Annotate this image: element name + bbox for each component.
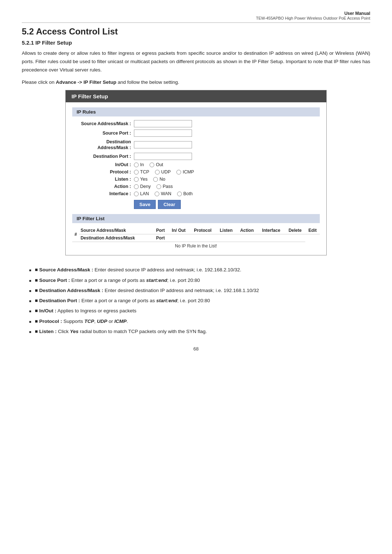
bullet-list: ■ Source Address/Mask : Enter desired so… xyxy=(29,266,370,335)
action-pass-radio[interactable] xyxy=(156,184,161,189)
col-dest-addr: Destination Address/Mask xyxy=(79,234,153,242)
destination-port-row: Destination Port : xyxy=(72,153,320,160)
instruction-suffix: and follow the below setting. xyxy=(116,79,179,85)
protocol-tcp-option[interactable]: TCP xyxy=(134,169,149,175)
ip-filter-setup-box: IP Filter Setup IP Rules Source Address/… xyxy=(65,90,327,256)
action-deny-radio[interactable] xyxy=(134,184,139,189)
inout-out-option[interactable]: Out xyxy=(150,162,163,167)
ip-filter-list-label: IP Filter List xyxy=(72,214,320,223)
page-number: 68 xyxy=(22,346,370,352)
bullet-3-text: Destination Address/Mask : Enter desired… xyxy=(39,287,259,294)
source-port-input[interactable] xyxy=(134,130,192,137)
inout-in-radio[interactable] xyxy=(134,163,139,167)
bullet-5-text: In/Out : Applies to Ingress or egress pa… xyxy=(39,307,136,315)
interface-wan-option[interactable]: WAN xyxy=(155,191,171,196)
interface-row: Interface : LAN WAN Both xyxy=(72,191,320,196)
col-listen: Listen xyxy=(216,227,236,234)
ip-rules-section-label: IP Rules xyxy=(72,107,320,116)
source-port-label: Source Port : xyxy=(72,131,134,136)
protocol-tcp-radio[interactable] xyxy=(134,170,139,175)
body-text: Allows to create deny or allow rules to … xyxy=(22,49,370,74)
listen-no-option[interactable]: No xyxy=(153,177,165,182)
col-protocol: Protocol xyxy=(189,227,216,234)
interface-lan-option[interactable]: LAN xyxy=(134,191,149,196)
bullet-4-text: Destination Port : Enter a port or a ran… xyxy=(39,297,210,304)
filter-list-table: # Source Address/Mask Port In/ Out Proto… xyxy=(72,227,320,250)
destination-address-mask-input[interactable] xyxy=(134,141,192,148)
action-row: Action : Deny Pass xyxy=(72,184,320,189)
listen-radio-group: Yes No xyxy=(134,177,165,182)
clear-button[interactable]: Clear xyxy=(158,200,181,209)
bullet-icon-7: ■ xyxy=(35,328,39,335)
ip-filter-inner: IP Rules Source Address/Mask : Source Po… xyxy=(66,102,326,255)
protocol-icmp-option[interactable]: ICMP xyxy=(176,169,194,175)
save-button[interactable]: Save xyxy=(134,200,156,209)
bullet-icon-4: ■ xyxy=(35,297,39,304)
inout-label: In/Out : xyxy=(72,162,134,167)
bullet-7: ■ Listen : Click Yes radial button to ma… xyxy=(29,328,370,335)
ip-filter-box-title: IP Filter Setup xyxy=(66,90,326,102)
page: User Manual TEW-455APBO High Power Wirel… xyxy=(0,0,392,554)
header-subtitle: TEW-455APBO High Power Wireless Outdoor … xyxy=(256,16,370,20)
protocol-icmp-radio[interactable] xyxy=(176,170,181,175)
source-address-mask-input[interactable] xyxy=(134,120,192,127)
inout-row: In/Out : In Out xyxy=(72,162,320,167)
header-bar: User Manual TEW-455APBO High Power Wirel… xyxy=(22,11,370,23)
bullet-icon-5: ■ xyxy=(35,307,39,315)
bullet-2-text: Source Port : Enter a port or a range of… xyxy=(39,277,200,284)
source-address-row: Source Address/Mask : xyxy=(72,120,320,127)
bullet-icon-6: ■ xyxy=(35,318,39,325)
interface-both-radio[interactable] xyxy=(177,192,182,196)
destination-port-input[interactable] xyxy=(134,153,192,160)
interface-wan-radio[interactable] xyxy=(155,192,159,196)
bullet-icon-2: ■ xyxy=(35,277,39,284)
bullet-1-text: Source Address/Mask : Enter desired sour… xyxy=(39,266,241,274)
listen-row: Listen : Yes No xyxy=(72,177,320,182)
interface-both-option[interactable]: Both xyxy=(177,191,193,196)
source-address-label: Source Address/Mask : xyxy=(72,121,134,126)
col-dest-port: Port xyxy=(153,234,168,242)
protocol-udp-option[interactable]: UDP xyxy=(155,169,171,175)
table-header-row-2: Destination Address/Mask Port xyxy=(72,234,320,242)
col-interface: Interface xyxy=(258,227,285,234)
section-subtitle: 5.2.1 IP Filter Setup xyxy=(22,40,370,46)
bullet-2: ■ Source Port : Enter a port or a range … xyxy=(29,277,370,284)
action-pass-option[interactable]: Pass xyxy=(156,184,173,189)
listen-no-radio[interactable] xyxy=(153,177,158,182)
protocol-udp-radio[interactable] xyxy=(155,170,160,175)
bullet-icon-1: ■ xyxy=(35,266,39,274)
no-rule-text: No IP Rule in the List! xyxy=(72,242,320,250)
bullet-5: ■ In/Out : Applies to Ingress or egress … xyxy=(29,307,370,315)
destination-address-row: DestinationAddress/Mask : xyxy=(72,139,320,151)
bullet-icon-3: ■ xyxy=(35,287,39,294)
inout-in-option[interactable]: In xyxy=(134,162,144,167)
no-rule-row: No IP Rule in the List! xyxy=(72,242,320,250)
interface-lan-radio[interactable] xyxy=(134,192,139,196)
interface-label: Interface : xyxy=(72,191,134,196)
action-deny-option[interactable]: Deny xyxy=(134,184,151,189)
table-header-row: # Source Address/Mask Port In/ Out Proto… xyxy=(72,227,320,234)
col-inout: In/ Out xyxy=(168,227,189,234)
inout-radio-group: In Out xyxy=(134,162,163,167)
bullet-7-text: Listen : Click Yes radial button to matc… xyxy=(39,328,207,335)
protocol-label: Protocol : xyxy=(72,169,134,175)
instruction-bold: Advance -> IP Filter Setup xyxy=(56,79,117,85)
protocol-row: Protocol : TCP UDP ICMP xyxy=(72,169,320,175)
col-source-addr: Source Address/Mask xyxy=(79,227,153,234)
action-label: Action : xyxy=(72,184,134,189)
inout-out-radio[interactable] xyxy=(150,163,154,167)
listen-label: Listen : xyxy=(72,177,134,182)
section-title: 5.2 Access Control List xyxy=(22,26,370,37)
header-title: User Manual xyxy=(256,11,370,16)
col-hash: # xyxy=(72,227,79,242)
listen-yes-radio[interactable] xyxy=(134,177,139,182)
bullet-1: ■ Source Address/Mask : Enter desired so… xyxy=(29,266,370,274)
source-port-row: Source Port : xyxy=(72,130,320,137)
col-spacer xyxy=(168,234,306,242)
bullet-6-text: Protocol : Supports TCP, UDP or ICMP. xyxy=(39,318,128,325)
ip-filter-list-section: IP Filter List # Source Address/Mask Por… xyxy=(72,214,320,250)
col-action: Action xyxy=(236,227,258,234)
interface-radio-group: LAN WAN Both xyxy=(134,191,193,196)
destination-port-label: Destination Port : xyxy=(72,154,134,159)
listen-yes-option[interactable]: Yes xyxy=(134,177,147,182)
